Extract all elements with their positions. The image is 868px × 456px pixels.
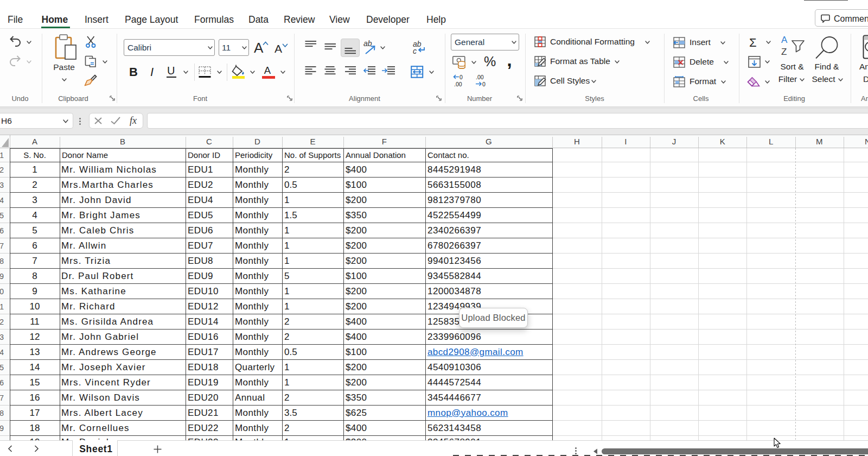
svg-text:0: 0 (482, 81, 486, 87)
svg-text:.00: .00 (454, 81, 462, 87)
svg-text:.00: .00 (476, 74, 484, 80)
svg-text:0: 0 (459, 74, 463, 80)
svg-text:c: c (413, 47, 417, 55)
svg-text:ab: ab (363, 40, 372, 48)
